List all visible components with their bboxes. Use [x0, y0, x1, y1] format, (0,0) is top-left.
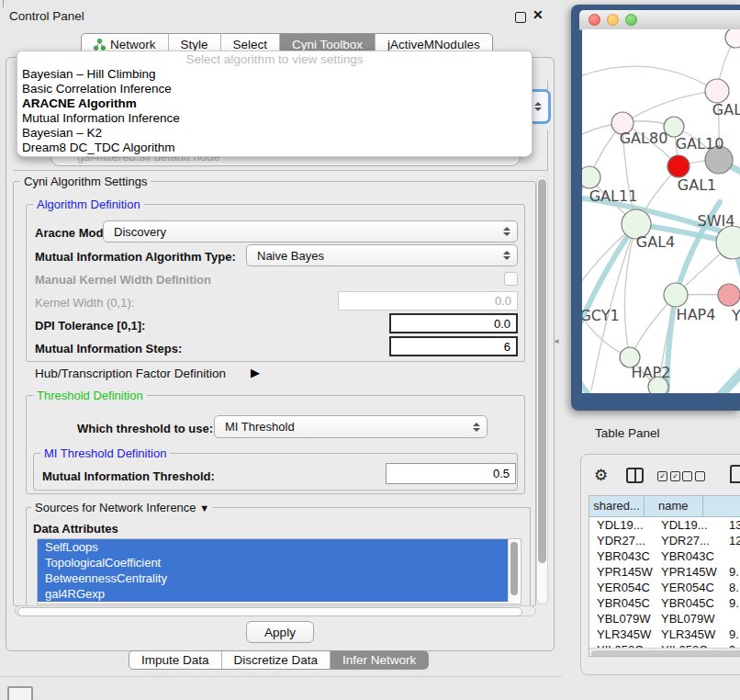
table-hscrollbar-track[interactable] — [589, 648, 740, 657]
algorithm-option[interactable]: Basic Correlation Inference — [17, 82, 532, 96]
network-node[interactable] — [664, 283, 688, 307]
table-row[interactable]: YBL079WYBL079W — [589, 611, 740, 627]
deselect-all-checkboxes-icon[interactable] — [682, 471, 705, 481]
collapse-arrow-icon[interactable]: ▼ — [199, 502, 209, 514]
zoom-traffic-light[interactable] — [625, 14, 637, 26]
table-cell: YBL079W — [654, 611, 722, 627]
groupbox-edge — [547, 130, 548, 171]
column-header[interactable]: shared... — [589, 496, 645, 516]
tab-impute-data[interactable]: Impute Data — [129, 651, 222, 669]
table-cell — [722, 611, 740, 627]
attribute-item[interactable]: gal4RGexp — [38, 586, 508, 602]
mi-type-label: Mutual Information Algorithm Type: — [35, 250, 236, 264]
table-panel-title: Table Panel — [595, 426, 660, 440]
select-all-checkboxes-icon[interactable]: ✓ ✓ — [657, 471, 680, 481]
table-cell: YPR145W — [589, 564, 654, 580]
column-header[interactable]: name — [645, 496, 702, 516]
node-label: GAL4 — [636, 233, 675, 251]
dpi-tolerance-field[interactable]: 0.0 — [389, 313, 518, 333]
tab-infer-network[interactable]: Infer Network — [331, 651, 428, 669]
algorithm-option[interactable]: Mutual Information Inference — [17, 111, 532, 126]
attribute-item[interactable]: TopologicalCoefficient — [38, 555, 508, 570]
which-threshold-combobox[interactable]: MI Threshold — [214, 415, 488, 438]
threshold-group-title: Threshold Definition — [33, 389, 147, 402]
close-icon[interactable]: ✕ — [533, 7, 544, 22]
node-label: Y — [732, 307, 740, 324]
table-row[interactable]: YLR345WYLR345W9. — [589, 627, 740, 642]
apply-button[interactable]: Apply — [246, 621, 314, 643]
close-traffic-light[interactable] — [589, 14, 600, 26]
node-label: GAL1 — [678, 176, 716, 194]
algorithm-definition-title: Algorithm Definition — [33, 198, 144, 211]
node-label: SWI4 — [698, 212, 735, 230]
combo-arrows-icon — [473, 423, 480, 432]
table-cell: YER054C — [589, 580, 654, 595]
manual-kernel-checkbox[interactable] — [504, 272, 518, 286]
network-edge-thick[interactable] — [688, 360, 740, 393]
combo-arrows-icon — [534, 102, 542, 111]
table-row[interactable]: YBR043CYBR043C — [589, 548, 740, 564]
network-edge[interactable] — [624, 224, 636, 357]
float-window-icon[interactable] — [515, 12, 526, 23]
algorithm-option[interactable]: Bayesian – K2 — [17, 126, 532, 141]
groupbox-edge — [13, 170, 547, 171]
network-node[interactable] — [582, 166, 600, 188]
table-cell: 9. — [722, 627, 740, 642]
settings-scrollbar-thumb[interactable] — [538, 179, 546, 563]
network-canvas[interactable]: GALGAL80GAL10GAL1GAL11GAL4SWI4GCY1HAP4YH… — [582, 29, 740, 393]
node-label: GAL80 — [620, 130, 668, 147]
settings-hscrollbar-thumb[interactable] — [17, 607, 522, 616]
minimize-traffic-light[interactable] — [607, 14, 619, 26]
node-label: HAP4 — [677, 306, 716, 323]
tab-discretize-data[interactable]: Discretize Data — [222, 651, 331, 669]
settings-hscrollbar-track[interactable] — [15, 605, 536, 616]
node-table: shared...name YDL19...YDL19...13YDR27...… — [589, 495, 740, 657]
tab-label: Select — [233, 38, 268, 51]
network-edge[interactable] — [582, 66, 717, 91]
dock-panel-icon[interactable] — [7, 686, 33, 700]
aracne-mode-value: Discovery — [114, 225, 166, 239]
table-hscrollbar-thumb[interactable] — [591, 650, 740, 657]
splitter-arrow-icon[interactable]: ◄ — [553, 337, 560, 345]
mi-threshold-field[interactable]: 0.5 — [386, 463, 516, 484]
kernel-width-field[interactable]: 0.0 — [338, 291, 518, 310]
table-row[interactable]: YDL19...YDL19...13 — [589, 517, 740, 533]
algorithm-option[interactable]: ARACNE Algorithm — [17, 96, 532, 111]
table-row[interactable]: YPR145WYPR145W9. — [589, 564, 740, 580]
list-scrollbar-thumb[interactable] — [510, 542, 518, 595]
algorithm-option[interactable]: Bayesian – Hill Climbing — [17, 67, 532, 82]
data-attributes-list[interactable]: SelfLoopsTopologicalCoefficientBetweenne… — [37, 538, 521, 604]
column-layout-icon[interactable] — [626, 468, 644, 483]
network-node[interactable] — [705, 79, 729, 103]
table-cell: YPR145W — [654, 564, 722, 580]
aracne-mode-combobox[interactable]: Discovery — [103, 220, 518, 243]
expander-arrow-icon[interactable]: ▶ — [251, 366, 260, 379]
network-node[interactable] — [667, 155, 690, 177]
table-cell: YDL19... — [589, 517, 654, 533]
network-edge-thick[interactable] — [582, 224, 636, 349]
list-scrollbar-track[interactable] — [508, 539, 520, 604]
cyni-settings-title: Cyni Algorithm Settings — [20, 175, 151, 188]
node-label: GAL10 — [676, 135, 724, 152]
column-header[interactable] — [703, 496, 740, 516]
table-row[interactable]: YDR27...YDR27...12 — [589, 533, 740, 548]
node-label: GCY1 — [582, 307, 620, 324]
table-row[interactable]: YER054CYER054C8. — [589, 580, 740, 595]
mi-type-combobox[interactable]: Naive Bayes — [246, 244, 518, 266]
network-node[interactable] — [718, 284, 740, 306]
mi-steps-field[interactable]: 6 — [389, 336, 518, 356]
network-node[interactable] — [725, 29, 740, 48]
network-window-titlebar[interactable] — [579, 10, 740, 30]
application-window: Control Panel ✕ NetworkStyleSelectCyni T… — [0, 0, 740, 700]
function-builder-icon[interactable] — [730, 465, 740, 483]
network-edge-thick[interactable] — [582, 367, 637, 393]
node-label: GAL11 — [589, 187, 638, 205]
table-row[interactable]: YBR045CYBR045C9. — [589, 595, 740, 611]
gear-icon[interactable]: ⚙ — [594, 466, 608, 485]
table-cell: 12 — [722, 533, 740, 548]
attribute-item[interactable]: BetweennessCentrality — [38, 570, 508, 586]
attribute-item[interactable]: SelfLoops — [38, 539, 508, 555]
settings-scrollbar-track[interactable] — [536, 176, 548, 604]
algorithm-option[interactable]: Dream8 DC_TDC Algorithm — [17, 141, 532, 155]
table-cell: YLR345W — [654, 627, 722, 642]
